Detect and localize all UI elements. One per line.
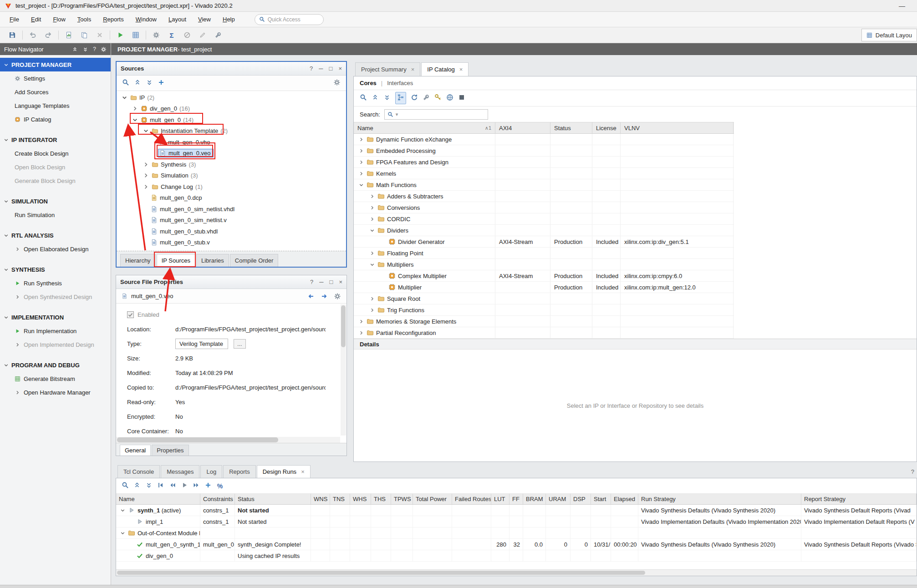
flow-nav-section-program-and-debug[interactable]: PROGRAM AND DEBUG xyxy=(0,358,111,372)
collapse-all-icon[interactable] xyxy=(72,46,78,52)
sources-tab-compile-order[interactable]: Compile Order xyxy=(230,254,279,267)
source-tree-item-mult-gen-0-stub-vhdl[interactable]: mult_gen_0_stub.vhdl xyxy=(117,226,346,237)
run-row-div-gen-0[interactable]: div_gen_0Using cached IP results xyxy=(116,550,917,562)
source-tree-item-mult-gen-0-veo[interactable]: mult_gen_0.veo xyxy=(117,148,346,159)
run-button[interactable] xyxy=(112,29,128,41)
search-button[interactable] xyxy=(122,482,129,490)
close-icon[interactable]: × xyxy=(338,65,342,72)
source-tree-item-synthesis[interactable]: Synthesis(3) xyxy=(117,159,346,170)
flow-nav-item-open-synthesized-design[interactable]: Open Synthesized Design xyxy=(0,290,111,304)
document-tab-project-summary[interactable]: Project Summary× xyxy=(355,62,420,76)
source-tree-item-mult-gen-0-vho[interactable]: mult_gen_0.vho xyxy=(117,137,346,148)
default-layout-button[interactable]: Default Layou xyxy=(861,29,917,41)
flow-nav-item-open-elaborated-design[interactable]: Open Elaborated Design xyxy=(0,242,111,256)
flow-nav-item-open-hardware-manager[interactable]: Open Hardware Manager xyxy=(0,385,111,399)
firstbar-button[interactable] xyxy=(157,482,164,490)
chevron-down-icon[interactable] xyxy=(120,530,126,536)
properties-tab-properties[interactable]: Properties xyxy=(152,445,188,456)
bottom-tab-messages[interactable]: Messages xyxy=(161,465,199,478)
chevron-down-icon[interactable] xyxy=(120,507,126,513)
skew-button[interactable] xyxy=(179,29,195,41)
source-tree-item-div-gen-0[interactable]: div_gen_0(16) xyxy=(117,103,346,115)
close-icon[interactable]: × xyxy=(339,279,342,285)
catalog-row-kernels[interactable]: Kernels xyxy=(354,168,734,179)
chevron-right-icon[interactable] xyxy=(358,159,364,165)
plus-button[interactable] xyxy=(158,79,165,87)
bottom-tab-design-runs[interactable]: Design Runs× xyxy=(257,465,311,478)
collapse-button[interactable] xyxy=(133,482,141,490)
bottom-tab-log[interactable]: Log xyxy=(200,465,222,478)
bottom-tab-reports[interactable]: Reports xyxy=(223,465,256,478)
sources-tab-ip-sources[interactable]: IP Sources xyxy=(157,254,195,267)
run-row-impl-1[interactable]: impl_1constrs_1Not startedVivado Impleme… xyxy=(116,516,917,527)
playbtn-button[interactable] xyxy=(181,482,188,490)
dblleft-button[interactable] xyxy=(169,482,176,490)
runs-column-run-strategy[interactable]: Run Strategy xyxy=(638,494,801,504)
flow-nav-item-generate-bitstream[interactable]: Generate Bitstream xyxy=(0,372,111,385)
help-icon[interactable]: ? xyxy=(93,46,96,52)
float-icon[interactable]: □ xyxy=(330,279,333,285)
source-tree-item-change-log[interactable]: Change Log(1) xyxy=(117,181,346,193)
chevron-right-icon[interactable] xyxy=(369,296,375,302)
runs-column-failed-routes[interactable]: Failed Routes xyxy=(452,494,491,504)
catalog-column-name[interactable]: Name∧1 xyxy=(354,122,495,133)
chevron-right-icon[interactable] xyxy=(132,105,138,112)
catalog-column-license[interactable]: License xyxy=(592,122,621,133)
catalog-column-status[interactable]: Status xyxy=(550,122,592,133)
minimize-button[interactable]: — xyxy=(892,2,912,10)
hierarchy-button[interactable] xyxy=(395,92,406,104)
source-tree-item-mult-gen-0-sim-netlist-vhdl[interactable]: mult_gen_0_sim_netlist.vhdl xyxy=(117,203,346,215)
chevron-down-icon[interactable] xyxy=(121,94,128,101)
runs-column-report-strategy[interactable]: Report Strategy xyxy=(801,494,917,504)
percent-button[interactable]: % xyxy=(216,482,224,490)
collapse-button[interactable] xyxy=(134,79,141,87)
catalog-row-memories-storage-elements[interactable]: Memories & Storage Elements xyxy=(354,316,734,327)
menu-layout[interactable]: Layout xyxy=(163,13,192,25)
runs-column-status[interactable]: Status xyxy=(235,494,311,504)
flow-nav-item-settings[interactable]: Settings xyxy=(0,71,111,85)
runs-column-whs[interactable]: WHS xyxy=(350,494,371,504)
source-tree-item-mult-gen-0[interactable]: mult_gen_0(14) xyxy=(117,114,346,126)
globe-button[interactable] xyxy=(446,94,453,102)
flow-nav-section-ip-integrator[interactable]: IP INTEGRATOR xyxy=(0,133,111,147)
runs-column-constraints[interactable]: Constraints xyxy=(200,494,235,504)
edit-button[interactable] xyxy=(195,29,210,41)
catalog-row-adders-subtracters[interactable]: Adders & Subtracters xyxy=(354,191,734,202)
flow-nav-item-ip-catalog[interactable]: IP Catalog xyxy=(0,112,111,126)
catalog-row-math-functions[interactable]: Math Functions xyxy=(354,179,734,191)
gear-icon[interactable] xyxy=(101,46,107,52)
chevron-right-icon[interactable] xyxy=(143,183,149,190)
runs-column-lut[interactable]: LUT xyxy=(491,494,509,504)
more-button[interactable]: ... xyxy=(234,339,246,349)
chevron-right-icon[interactable] xyxy=(15,294,20,300)
source-tree-item-ip[interactable]: IP(2) xyxy=(117,92,346,103)
gear-button[interactable] xyxy=(148,29,164,41)
chevron-right-icon[interactable] xyxy=(369,205,375,211)
cores-tab[interactable]: Cores xyxy=(360,80,377,86)
runs-column-dsp[interactable]: DSP xyxy=(571,494,591,504)
expand-all-icon[interactable] xyxy=(82,46,88,52)
catalog-search-input[interactable]: ▾ xyxy=(384,109,488,120)
flow-nav-item-language-templates[interactable]: Language Templates xyxy=(0,99,111,112)
minimize-icon[interactable]: ─ xyxy=(319,279,323,285)
help-icon[interactable]: ? xyxy=(310,65,313,72)
source-tree-item-instantiation-template[interactable]: Instantiation Template(2) xyxy=(117,126,346,137)
runs-column-name[interactable]: Name xyxy=(116,494,200,504)
chevron-right-icon[interactable] xyxy=(15,390,20,395)
help-icon[interactable]: ? xyxy=(911,468,914,475)
minimize-icon[interactable]: ─ xyxy=(319,65,323,72)
sum-button[interactable]: Σ xyxy=(164,29,179,41)
chevron-down-icon[interactable] xyxy=(369,262,375,268)
delete-button[interactable] xyxy=(92,29,107,41)
flow-nav-item-add-sources[interactable]: Add Sources xyxy=(0,85,111,99)
chevron-right-icon[interactable] xyxy=(358,319,364,324)
chevron-right-icon[interactable] xyxy=(143,161,149,168)
float-icon[interactable]: □ xyxy=(329,65,333,72)
stop-button[interactable] xyxy=(458,94,465,102)
copy-button[interactable] xyxy=(76,29,92,41)
catalog-row-multipliers[interactable]: Multipliers xyxy=(354,259,734,270)
chevron-right-icon[interactable] xyxy=(358,330,364,336)
gear-button[interactable] xyxy=(333,79,341,87)
flow-nav-item-run-implementation[interactable]: Run Implementation xyxy=(0,324,111,338)
catalog-column-vlnv[interactable]: VLNV xyxy=(621,122,734,133)
